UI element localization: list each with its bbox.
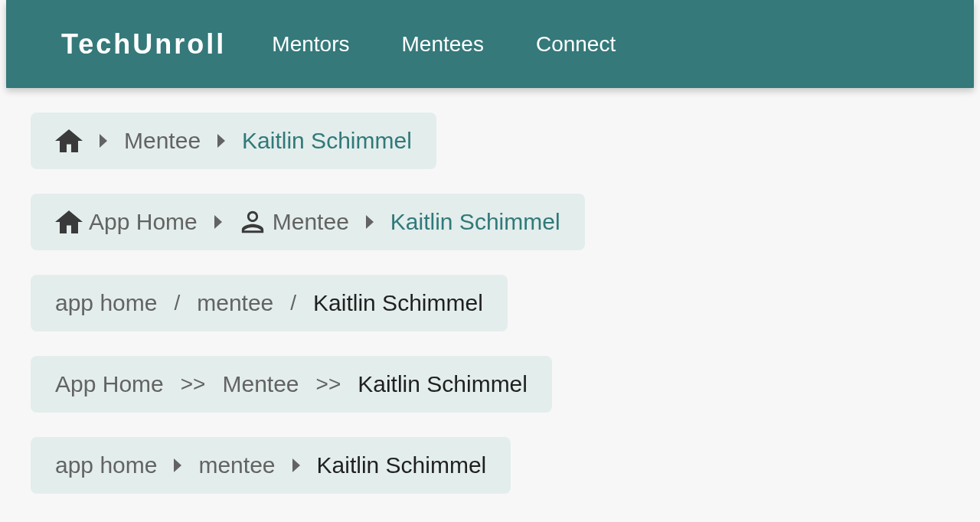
breadcrumb-3: app home / mentee / Kaitlin Schimmel <box>31 275 508 331</box>
breadcrumb-home[interactable] <box>55 129 83 153</box>
breadcrumb-mentee[interactable]: Mentee <box>239 209 349 235</box>
breadcrumb-person: Kaitlin Schimmel <box>242 128 412 154</box>
breadcrumb-separator-icon <box>100 134 107 148</box>
nav-mentees[interactable]: Mentees <box>402 32 484 57</box>
breadcrumb-home[interactable]: App Home <box>55 209 198 235</box>
breadcrumb-home[interactable]: app home <box>55 290 157 316</box>
breadcrumb-mentee[interactable]: Mentee <box>222 371 299 397</box>
breadcrumb-separator-slash: / <box>174 291 180 315</box>
home-icon <box>55 129 83 153</box>
breadcrumb-5: app home mentee Kaitlin Schimmel <box>31 437 511 494</box>
breadcrumb-separator-slash: / <box>290 291 296 315</box>
breadcrumb-separator-icon <box>366 215 374 229</box>
home-icon <box>55 210 83 234</box>
breadcrumb-4: App Home >> Mentee >> Kaitlin Schimmel <box>31 356 552 413</box>
breadcrumb-separator-chevrons: >> <box>316 372 341 396</box>
person-icon <box>239 209 266 235</box>
breadcrumb-2: App Home Mentee Kaitlin Schimmel <box>31 194 585 250</box>
breadcrumb-separator-icon <box>214 215 222 229</box>
content-area: Mentee Kaitlin Schimmel App Home Mentee … <box>0 88 980 518</box>
breadcrumb-separator-icon <box>217 134 225 148</box>
breadcrumb-home[interactable]: app home <box>55 452 157 478</box>
app-bar: TechUnroll Mentors Mentees Connect <box>6 0 974 88</box>
breadcrumb-separator-icon <box>174 458 181 472</box>
top-nav: Mentors Mentees Connect <box>272 32 616 57</box>
breadcrumb-1: Mentee Kaitlin Schimmel <box>31 113 436 169</box>
nav-connect[interactable]: Connect <box>536 32 616 57</box>
brand-logo[interactable]: TechUnroll <box>61 28 226 60</box>
breadcrumb-mentee[interactable]: mentee <box>198 452 275 478</box>
breadcrumb-mentee[interactable]: Mentee <box>124 128 201 154</box>
breadcrumb-person: Kaitlin Schimmel <box>317 452 487 478</box>
breadcrumb-person: Kaitlin Schimmel <box>390 209 560 235</box>
breadcrumb-person: Kaitlin Schimmel <box>358 371 528 397</box>
breadcrumb-home[interactable]: App Home <box>55 371 164 397</box>
breadcrumb-separator-icon <box>292 458 300 472</box>
breadcrumb-mentee-label: Mentee <box>273 209 349 235</box>
nav-mentors[interactable]: Mentors <box>272 32 349 57</box>
breadcrumb-separator-chevrons: >> <box>181 372 206 396</box>
breadcrumb-home-label: App Home <box>89 209 198 235</box>
breadcrumb-person: Kaitlin Schimmel <box>313 290 483 316</box>
breadcrumb-mentee[interactable]: mentee <box>197 290 273 316</box>
